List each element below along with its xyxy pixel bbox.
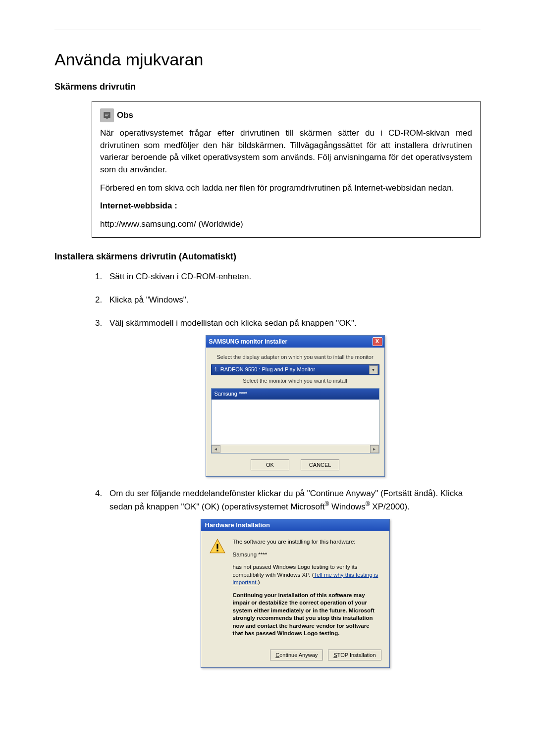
registered-mark-2: ® — [366, 501, 370, 507]
note-paragraph-2: Förbered en tom skiva och ladda ner file… — [100, 182, 472, 195]
hw-warning-bold: Continuing your installation of this sof… — [233, 592, 374, 637]
warning-icon — [209, 538, 226, 555]
svg-rect-1 — [216, 544, 218, 549]
close-icon[interactable]: X — [373, 337, 382, 346]
installer-window-title: SAMSUNG monitor installer — [209, 338, 288, 346]
step-4-text-a: Om du ser följande meddelandefönster kli… — [109, 489, 463, 511]
figure-hardware-installation: Hardware Installation The software you a… — [201, 519, 390, 668]
step-1: Sätt in CD-skivan i CD-ROM-enheten. — [105, 271, 481, 283]
step-2: Klicka på "Windows". — [105, 294, 481, 306]
ok-button[interactable]: OK — [251, 459, 289, 470]
step-4-text-c: XP/2000). — [370, 502, 410, 511]
stop-installation-rest: TOP Installation — [337, 652, 376, 658]
step-3-text: Välj skärmmodell i modellistan och klick… — [109, 318, 357, 328]
note-icon — [100, 108, 114, 122]
note-paragraph-1: När operativsystemet frågar efter drivru… — [100, 127, 472, 176]
section-heading-install-auto: Installera skärmens drivrutin (Automatis… — [54, 252, 481, 262]
registered-mark-1: ® — [324, 501, 329, 507]
installer-caption-2: Select the monitor which you want to ins… — [211, 377, 379, 385]
list-hscrollbar[interactable]: ◂ ▸ — [212, 445, 379, 453]
step-4: Om du ser följande meddelandefönster kli… — [105, 488, 481, 668]
monitor-listbox[interactable]: Samsung **** ◂ ▸ — [211, 388, 379, 454]
top-rule — [54, 30, 481, 30]
figure-monitor-installer: SAMSUNG monitor installer X Select the d… — [206, 335, 385, 477]
adapter-dropdown[interactable]: 1. RADEON 9550 : Plug and Play Monitor ▾ — [211, 364, 379, 375]
scroll-right-icon[interactable]: ▸ — [370, 445, 379, 453]
section-heading-driver: Skärmens drivrutin — [54, 82, 481, 92]
note-internet-label: Internet-webbsida : — [100, 201, 177, 210]
step-3: Välj skärmmodell i modellistan och klick… — [105, 317, 481, 477]
adapter-dropdown-value: 1. RADEON 9550 : Plug and Play Monitor — [214, 366, 316, 374]
step-4-text-b: Windows — [329, 502, 366, 511]
cancel-button[interactable]: CANCEL — [301, 459, 339, 470]
hw-line-3b: ) — [258, 579, 260, 585]
note-label: Obs — [117, 109, 133, 122]
scroll-left-icon[interactable]: ◂ — [212, 445, 220, 453]
stop-installation-button[interactable]: STOP Installation — [328, 650, 381, 660]
chevron-down-icon[interactable]: ▾ — [369, 365, 378, 374]
monitor-list-selected[interactable]: Samsung **** — [212, 389, 379, 400]
note-url: http://www.samsung.com/ (Worldwide) — [100, 218, 472, 231]
install-steps: Sätt in CD-skivan i CD-ROM-enheten. Klic… — [92, 271, 481, 667]
continue-anyway-button[interactable]: Continue Anyway — [270, 650, 323, 660]
hw-line-1: The software you are installing for this… — [233, 538, 381, 546]
svg-rect-2 — [216, 550, 218, 552]
hw-line-2: Samsung **** — [233, 551, 381, 559]
installer-caption-1: Select the display adapter on which you … — [211, 353, 379, 361]
page-title: Använda mjukvaran — [54, 50, 481, 69]
continue-anyway-rest: ontinue Anyway — [279, 652, 318, 658]
note-box: Obs När operativsystemet frågar efter dr… — [92, 101, 481, 238]
bottom-rule — [54, 731, 481, 731]
hw-window-title: Hardware Installation — [205, 521, 270, 530]
